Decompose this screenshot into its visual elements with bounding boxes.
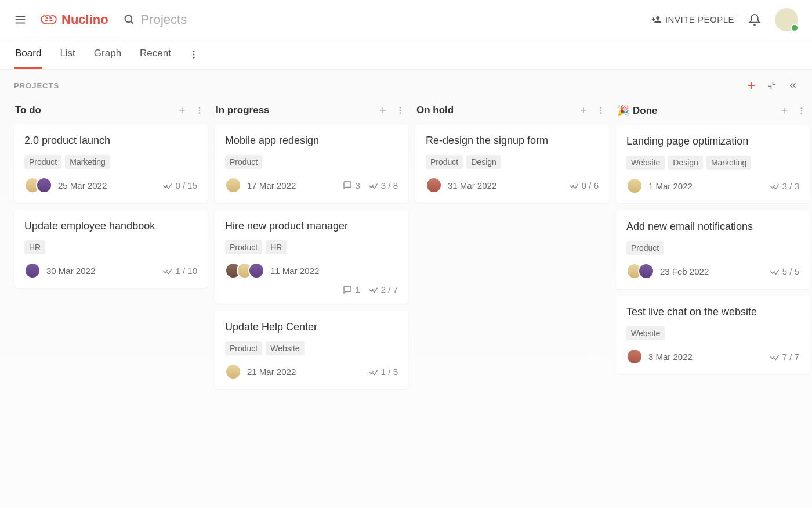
card-title: Hire new product manager: [225, 220, 398, 232]
card-footer-right: 1 / 5: [368, 367, 398, 377]
tab-graph[interactable]: Graph: [93, 39, 122, 69]
card[interactable]: Update employee handbookHR30 Mar 20221 /…: [14, 210, 208, 288]
card-tags: Product: [626, 241, 799, 255]
collapse-icon[interactable]: [767, 80, 777, 91]
svg-point-19: [400, 112, 401, 114]
board-area: PROJECTS To do2.0 product launchProductM…: [0, 70, 812, 508]
card-title: Update employee handbook: [24, 220, 197, 232]
tab-board[interactable]: Board: [14, 39, 42, 69]
svg-point-6: [193, 53, 194, 55]
more-options-icon[interactable]: [188, 49, 199, 60]
column-done: 🎉DoneLanding page optimizationWebsiteDes…: [616, 102, 810, 396]
avatar: [36, 177, 52, 193]
tag: HR: [266, 240, 287, 254]
card-tags: ProductHR: [225, 240, 398, 254]
svg-point-14: [199, 112, 201, 114]
card-footer: 21 Mar 20221 / 5: [225, 363, 398, 380]
avatar: [638, 263, 654, 279]
column-more-icon[interactable]: [797, 106, 806, 116]
card-footer-right: 1 / 10: [162, 266, 197, 276]
card-title: Re-design the signup form: [426, 135, 599, 147]
card[interactable]: Test live chat on the websiteWebsite3 Ma…: [616, 296, 810, 374]
search-area[interactable]: Projects: [124, 12, 651, 27]
card-avatars: [225, 363, 241, 380]
svg-point-28: [801, 110, 803, 111]
add-column-icon[interactable]: [746, 80, 756, 91]
add-card-icon[interactable]: [378, 106, 387, 115]
card-footer-right: 7 / 7: [770, 352, 799, 362]
board-header: PROJECTS: [14, 80, 798, 91]
add-card-icon[interactable]: [177, 106, 187, 115]
column-title-text: To do: [15, 105, 41, 116]
card-tags: HR: [24, 240, 197, 254]
tab-list[interactable]: List: [59, 39, 76, 69]
card-date: 3 Mar 2022: [648, 352, 693, 362]
card-footer-left: 31 Mar 2022: [426, 177, 496, 193]
card-title: Update Help Center: [225, 321, 398, 333]
tag: Product: [626, 241, 664, 255]
card-avatars: [225, 177, 241, 193]
svg-line-4: [130, 21, 133, 23]
comment-icon: [343, 181, 352, 190]
card[interactable]: 2.0 product launchProductMarketing25 Mar…: [14, 124, 208, 203]
chevrons-left-icon[interactable]: [788, 80, 798, 91]
checklist-icon: [368, 181, 378, 190]
tab-recent[interactable]: Recent: [139, 39, 172, 69]
card-avatars: [24, 262, 41, 279]
column-title: On hold: [416, 105, 454, 116]
avatar: [225, 177, 241, 193]
invite-label: INVITE PEOPLE: [665, 15, 734, 24]
board-toolbar: [746, 80, 798, 91]
column-more-icon[interactable]: [396, 106, 405, 115]
card[interactable]: Landing page optimizationWebsiteDesignMa…: [616, 125, 810, 203]
card[interactable]: Update Help CenterProductWebsite21 Mar 2…: [215, 311, 408, 389]
checklist-icon: [162, 266, 172, 276]
card-footer: 31 Mar 20220 / 6: [426, 177, 599, 193]
card-footer-right: 33 / 8: [343, 181, 398, 190]
card-footer: 30 Mar 20221 / 10: [24, 262, 197, 279]
card-avatars: [426, 177, 442, 193]
card[interactable]: Re-design the signup formProductDesign31…: [415, 124, 609, 203]
card[interactable]: Add new email notificationsProduct23 Feb…: [616, 210, 810, 289]
svg-point-23: [600, 110, 602, 111]
svg-point-29: [801, 113, 803, 114]
avatar: [225, 363, 241, 380]
column-more-icon[interactable]: [596, 106, 606, 115]
add-card-icon[interactable]: [780, 106, 789, 116]
column-actions: [378, 106, 405, 115]
card[interactable]: Hire new product managerProductHR11 Mar …: [215, 210, 408, 304]
tag: Design: [466, 155, 501, 169]
checklist-count: 0 / 6: [569, 181, 599, 190]
card-date: 21 Mar 2022: [247, 367, 296, 377]
comment-icon: [343, 285, 352, 294]
column-more-icon[interactable]: [195, 106, 204, 115]
svg-point-18: [400, 110, 401, 111]
user-avatar[interactable]: [775, 8, 798, 31]
card-footer-right: 0 / 6: [569, 181, 599, 190]
card-avatars: [225, 262, 264, 279]
column-title-text: In progress: [216, 105, 270, 116]
avatar: [248, 262, 264, 279]
notifications-icon[interactable]: [748, 13, 761, 26]
hamburger-menu-icon[interactable]: [14, 13, 27, 26]
svg-point-13: [199, 110, 201, 111]
card[interactable]: Mobile app redesignProduct17 Mar 202233 …: [215, 124, 408, 203]
checklist-icon: [770, 352, 780, 362]
checklist-count: 7 / 7: [770, 352, 799, 362]
column-header: In progress: [215, 102, 408, 124]
avatar: [626, 178, 643, 194]
svg-point-7: [193, 56, 194, 58]
card-footer-left: 1 Mar 2022: [626, 178, 693, 194]
invite-people-button[interactable]: INVITE PEOPLE: [651, 15, 734, 25]
add-card-icon[interactable]: [579, 106, 588, 115]
card-footer-left: 23 Feb 2022: [626, 263, 709, 279]
column-header: 🎉Done: [616, 102, 810, 125]
svg-point-3: [125, 15, 132, 22]
svg-point-17: [400, 107, 401, 109]
tag: Product: [225, 341, 262, 355]
column-to-do: To do2.0 product launchProductMarketing2…: [14, 102, 208, 396]
card-tags: Product: [225, 155, 398, 169]
person-add-icon: [651, 15, 662, 25]
app-logo[interactable]: Nuclino: [39, 12, 108, 27]
svg-point-27: [801, 107, 803, 109]
